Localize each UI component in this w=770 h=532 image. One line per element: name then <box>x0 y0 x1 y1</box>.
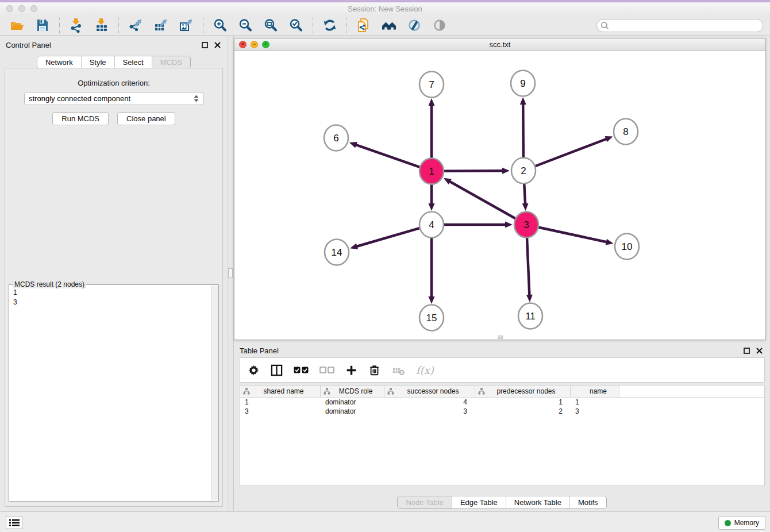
edge-3-10[interactable] <box>538 227 614 245</box>
edge-2-8[interactable] <box>535 136 613 166</box>
table-cell[interactable]: 2 <box>475 407 571 416</box>
frame-minimize-button[interactable]: − <box>251 41 258 48</box>
tab-mcds[interactable]: MCDS <box>152 56 190 68</box>
close-table-panel-icon[interactable] <box>756 348 763 354</box>
delete-icon[interactable] <box>368 364 381 376</box>
window-titlebar[interactable]: Session: New Session <box>0 2 770 15</box>
network-window-titlebar[interactable]: × − + scc.txt <box>234 38 765 51</box>
zoom-out-icon[interactable] <box>238 18 253 33</box>
edge-4-14[interactable] <box>350 228 420 249</box>
node-4[interactable]: 4 <box>419 212 444 238</box>
memory-button[interactable]: Memory <box>718 516 765 530</box>
criterion-select[interactable]: strongly connected component <box>24 92 203 105</box>
open-folder-icon[interactable] <box>10 18 25 33</box>
close-window-button[interactable] <box>6 5 13 12</box>
node-3[interactable]: 3 <box>514 212 538 238</box>
save-icon[interactable] <box>35 18 50 33</box>
table-cell[interactable]: 1 <box>475 398 571 407</box>
node-8[interactable]: 8 <box>614 119 638 145</box>
table-cell[interactable]: 1 <box>571 398 619 407</box>
edge-1-7[interactable] <box>429 98 435 159</box>
node-2[interactable]: 2 <box>511 158 536 184</box>
export-image-icon[interactable] <box>179 18 194 33</box>
tab-motifs[interactable]: Motifs <box>569 496 606 508</box>
column-header-predecessor-nodes[interactable]: predecessor nodes <box>475 385 571 397</box>
export-table-icon[interactable] <box>153 18 168 33</box>
edge-1-6[interactable] <box>349 142 421 167</box>
memory-label: Memory <box>734 519 759 527</box>
node-6[interactable]: 6 <box>324 125 348 151</box>
table-cell[interactable]: 1 <box>240 398 321 407</box>
node-15[interactable]: 15 <box>419 305 444 331</box>
float-panel-icon[interactable] <box>202 42 208 48</box>
close-panel-icon[interactable] <box>214 42 221 48</box>
table-cell[interactable]: dominator <box>321 407 384 416</box>
node-7[interactable]: 7 <box>419 72 444 98</box>
node-14[interactable]: 14 <box>325 240 349 265</box>
node-11[interactable]: 11 <box>518 303 542 329</box>
tab-select[interactable]: Select <box>114 56 152 68</box>
close-panel-button[interactable]: Close panel <box>117 112 175 125</box>
table-row[interactable]: 3dominator323 <box>240 407 764 416</box>
tab-node-table[interactable]: Node Table <box>398 496 452 508</box>
table-cell[interactable]: 3 <box>240 407 321 416</box>
edge-2-9[interactable] <box>520 97 526 159</box>
node-table[interactable]: shared nameMCDS rolesuccessor nodesprede… <box>240 385 765 486</box>
column-header-shared-name[interactable]: shared name <box>240 385 321 397</box>
task-history-button[interactable] <box>6 516 22 529</box>
tab-network-table[interactable]: Network Table <box>506 496 569 508</box>
node-label: 14 <box>332 247 342 258</box>
search-input[interactable] <box>596 19 763 32</box>
tab-edge-table[interactable]: Edge Table <box>452 496 506 508</box>
frame-maximize-button[interactable]: + <box>262 41 270 48</box>
node-10[interactable]: 10 <box>615 234 639 260</box>
import-network-icon[interactable] <box>69 18 84 33</box>
node-1[interactable]: 1 <box>419 159 444 184</box>
zoom-fit-icon[interactable] <box>263 18 278 33</box>
deselect-all-icon[interactable] <box>319 366 334 374</box>
tab-style[interactable]: Style <box>81 56 114 68</box>
run-mcds-button[interactable]: Run MCDS <box>52 112 109 125</box>
float-table-panel-icon[interactable] <box>744 348 750 354</box>
maximize-window-button[interactable] <box>30 5 37 12</box>
edge-2-3[interactable] <box>522 183 529 211</box>
network-canvas[interactable]: 7968124314101511 <box>234 51 765 340</box>
table-cell[interactable]: 3 <box>384 407 475 416</box>
table-cell[interactable]: 4 <box>384 398 475 407</box>
select-all-icon[interactable] <box>294 366 309 374</box>
edge-1-2[interactable] <box>444 168 510 174</box>
column-header-successor-nodes[interactable]: successor nodes <box>384 385 475 397</box>
column-header-name[interactable]: name <box>571 385 619 397</box>
window-traffic-lights[interactable] <box>6 5 37 12</box>
zoom-in-icon[interactable] <box>213 18 228 33</box>
edge-4-15[interactable] <box>429 237 435 304</box>
column-header-mcds-role[interactable]: MCDS role <box>321 385 384 397</box>
edge-3-11[interactable] <box>526 237 533 302</box>
table-cell[interactable]: dominator <box>321 398 384 407</box>
style-icon[interactable] <box>407 18 422 33</box>
frame-close-button[interactable]: × <box>239 41 247 48</box>
graph-svg[interactable]: 7968124314101511 <box>234 51 765 340</box>
result-scrollbar[interactable] <box>211 286 218 500</box>
refresh-icon[interactable] <box>322 18 337 33</box>
gear-icon[interactable] <box>248 364 260 376</box>
import-table-icon[interactable] <box>94 18 109 33</box>
edge-4-3[interactable] <box>444 222 513 228</box>
divider-grip[interactable] <box>228 268 233 278</box>
add-icon[interactable] <box>345 364 357 376</box>
tab-network[interactable]: Network <box>37 56 81 68</box>
mcds-result-text[interactable]: 13 <box>9 285 211 501</box>
zoom-selected-icon[interactable] <box>288 18 303 33</box>
network-resize-grip[interactable] <box>498 336 503 339</box>
minimize-window-button[interactable] <box>18 5 25 12</box>
split-divider[interactable] <box>228 36 234 511</box>
table-row[interactable]: 1dominator411 <box>240 398 764 407</box>
duplicate-network-icon[interactable] <box>356 18 371 33</box>
edge-3-1[interactable] <box>444 178 516 219</box>
node-9[interactable]: 9 <box>511 71 535 97</box>
columns-icon[interactable] <box>271 364 283 376</box>
edge-1-4[interactable] <box>429 183 435 211</box>
table-cell[interactable]: 3 <box>571 407 619 416</box>
homes-icon[interactable] <box>382 18 396 33</box>
export-network-icon[interactable] <box>128 18 143 33</box>
